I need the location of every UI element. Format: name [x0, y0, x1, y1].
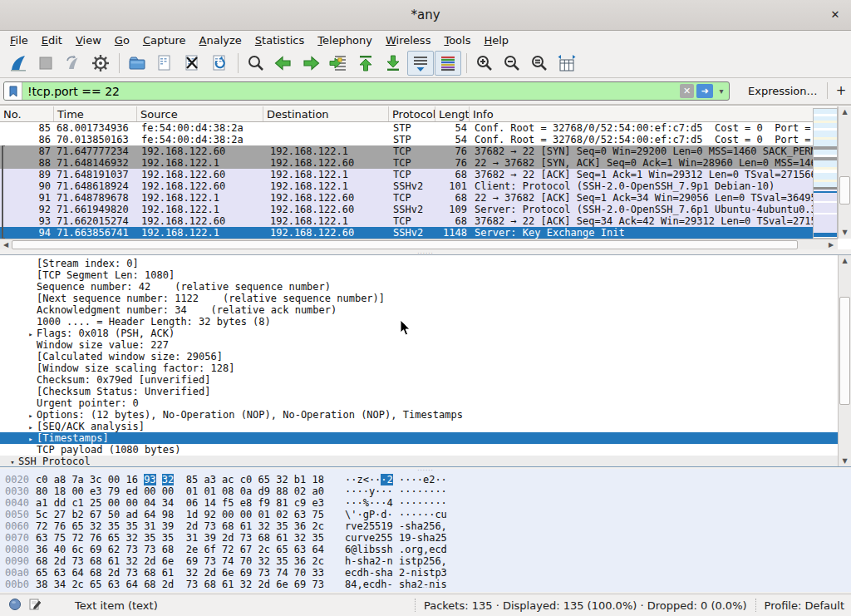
collapsed-icon[interactable]: ▸ [25, 433, 37, 444]
column-header-info[interactable]: Info [470, 106, 838, 121]
hex-ascii[interactable]: ···%···4 ········ [345, 497, 447, 509]
menu-file[interactable]: File [3, 32, 35, 48]
detail-tree-item[interactable]: ▾SSH Protocol [0, 456, 838, 467]
detail-tree-item[interactable]: [Calculated window size: 29056] [0, 351, 838, 362]
hex-bytes[interactable]: 72 76 65 32 35 35 31 39 2d 73 68 61 32 3… [36, 520, 324, 532]
close-file-icon[interactable] [179, 51, 205, 76]
detail-tree-item[interactable]: [Window size scaling factor: 128] [0, 362, 838, 374]
detail-tree-item[interactable]: ▸[Timestamps] [0, 432, 838, 444]
filter-dropdown-icon[interactable]: ▾ [716, 86, 727, 96]
find-packet-icon[interactable] [243, 51, 269, 76]
menu-tools[interactable]: Tools [437, 32, 477, 48]
hex-bytes[interactable]: 65 63 64 68 2d 73 68 61 32 2d 6e 69 73 7… [36, 567, 324, 579]
detail-tree-item[interactable]: 1000 .... = Header Length: 32 bytes (8) [0, 316, 838, 328]
table-row[interactable]: 9271.661949820192.168.122.1192.168.122.6… [0, 204, 838, 215]
detail-tree-item[interactable]: [Next sequence number: 1122 (relative se… [0, 293, 838, 304]
capture-options-icon[interactable] [87, 51, 114, 76]
collapsed-icon[interactable]: ▸ [25, 410, 37, 421]
reload-file-icon[interactable] [206, 51, 233, 76]
menu-view[interactable]: View [69, 32, 108, 48]
menu-wireless[interactable]: Wireless [379, 32, 437, 48]
detail-tree-item[interactable]: [TCP Segment Len: 1080] [0, 269, 838, 281]
hex-bytes[interactable]: a1 dd c1 25 00 00 04 34 06 14 f5 e8 f9 8… [36, 497, 324, 509]
menu-edit[interactable]: Edit [35, 32, 69, 48]
hex-ascii[interactable]: curve255 19-sha25 [345, 532, 447, 544]
hex-bytes[interactable]: c0 a8 7a 3c 00 16 93 32 85 a3 ac c0 65 3… [36, 474, 324, 485]
go-first-icon[interactable] [352, 51, 379, 76]
scroll-thumb[interactable] [839, 176, 850, 205]
detail-tree-item[interactable]: Window size value: 227 [0, 339, 838, 351]
detail-tree-item[interactable]: ▸Flags: 0x018 (PSH, ACK) [0, 328, 838, 339]
detail-tree-item[interactable]: TCP payload (1080 bytes) [0, 444, 838, 456]
display-filter-input[interactable]: !tcp.port == 22 ✕ ➜ ▾ [3, 81, 730, 101]
collapsed-icon[interactable]: ▸ [25, 421, 37, 432]
scroll-thumb[interactable] [12, 240, 798, 249]
detail-tree-item[interactable]: Sequence number: 42 (relative sequence n… [0, 281, 838, 293]
column-header-destination[interactable]: Destination [263, 106, 389, 121]
zoom-out-icon[interactable] [499, 51, 525, 76]
go-back-icon[interactable] [270, 51, 297, 76]
capture-comment-icon[interactable] [28, 598, 42, 614]
detail-tree-item[interactable]: ▸[SEQ/ACK analysis] [0, 421, 838, 432]
hex-bytes[interactable]: 80 18 00 e3 79 ed 00 00 01 01 08 0a d9 8… [36, 485, 324, 497]
hex-bytes[interactable]: 5c 27 b2 67 50 ad 64 98 1d 92 00 00 01 0… [36, 509, 324, 520]
add-filter-button[interactable]: + [834, 83, 848, 98]
scroll-thumb[interactable] [839, 297, 850, 405]
hex-ascii[interactable]: \'·gP·d· ······cu [345, 509, 447, 520]
detail-tree-item[interactable]: [Checksum Status: Unverified] [0, 386, 838, 397]
hex-row[interactable]: 00505c 27 b2 67 50 ad 64 98 1d 92 00 00 … [0, 509, 851, 520]
filter-clear-icon[interactable]: ✕ [680, 84, 694, 98]
detail-tree-item[interactable]: Acknowledgment number: 34 (relative ack … [0, 304, 838, 316]
hex-bytes[interactable]: 63 75 72 76 65 32 35 35 31 39 2d 73 68 6… [36, 532, 324, 544]
menu-analyze[interactable]: Analyze [193, 32, 248, 48]
save-file-icon[interactable] [151, 51, 178, 76]
packet-list-header[interactable]: No.TimeSourceDestinationProtocolLengthIn… [0, 106, 838, 122]
table-row[interactable]: 9171.648789678192.168.122.1192.168.122.6… [0, 192, 838, 204]
details-vscrollbar[interactable]: ▲ ▼ [838, 255, 851, 467]
hex-ascii[interactable]: ecdh-sha 2-nistp3 [345, 567, 447, 579]
expert-info-icon[interactable] [8, 598, 22, 614]
close-icon[interactable]: ✕ [828, 7, 843, 22]
expanded-icon[interactable]: ▾ [7, 456, 18, 467]
scroll-up-icon[interactable]: ▲ [839, 106, 851, 118]
menu-capture[interactable]: Capture [136, 32, 193, 48]
hex-bytes[interactable]: 36 40 6c 69 62 73 73 68 2e 6f 72 67 2c 6… [36, 544, 324, 555]
column-header-no[interactable]: No. [0, 106, 54, 121]
intelligent-scrollbar-minimap[interactable] [813, 108, 838, 239]
scroll-down-icon[interactable]: ▼ [839, 456, 851, 467]
scroll-down-icon[interactable]: ▼ [839, 227, 851, 239]
menu-help[interactable]: Help [477, 32, 515, 48]
table-row[interactable]: 8670.013850163fe:54:00:d4:38:2aSTP54Conf… [0, 134, 838, 145]
filter-text[interactable]: !tcp.port == 22 [22, 85, 680, 98]
hex-ascii[interactable]: 6@libssh .org,ecd [345, 544, 447, 555]
hex-ascii[interactable]: ··z<···2 ····e2·· [345, 474, 447, 485]
open-file-icon[interactable] [124, 51, 150, 76]
detail-tree-item[interactable]: ▸Options: (12 bytes), No-Operation (NOP)… [0, 409, 838, 421]
table-row[interactable]: 8771.647777234192.168.122.60192.168.122.… [0, 145, 838, 157]
restart-capture-icon[interactable] [60, 51, 86, 76]
menu-statistics[interactable]: Statistics [248, 32, 311, 48]
packet-list-vscrollbar[interactable]: ▲ ▼ [838, 106, 851, 239]
hex-row[interactable]: 003080 18 00 e3 79 ed 00 00 01 01 08 0a … [0, 485, 851, 497]
table-row[interactable]: 8871.648146932192.168.122.1192.168.122.6… [0, 157, 838, 169]
hex-ascii[interactable]: rve25519 -sha256, [345, 520, 447, 532]
column-header-source[interactable]: Source [137, 106, 263, 121]
stop-capture-icon[interactable] [32, 51, 59, 76]
table-row[interactable]: 8568.001734936fe:54:00:d4:38:2aSTP54Conf… [0, 122, 838, 134]
hex-row[interactable]: 0040a1 dd c1 25 00 00 04 34 06 14 f5 e8 … [0, 497, 851, 509]
collapsed-icon[interactable]: ▸ [25, 328, 37, 339]
hex-ascii[interactable]: h-sha2-n istp256, [345, 555, 447, 567]
table-row[interactable]: 9071.648618924192.168.122.60192.168.122.… [0, 180, 838, 192]
table-row[interactable]: 9371.662015274192.168.122.60192.168.122.… [0, 215, 838, 227]
hex-row[interactable]: 0020c0 a8 7a 3c 00 16 93 32 85 a3 ac c0 … [0, 474, 851, 485]
hex-row[interactable]: 00a065 63 64 68 2d 73 68 61 32 2d 6e 69 … [0, 567, 851, 579]
scroll-up-icon[interactable]: ▲ [839, 255, 851, 267]
column-header-time[interactable]: Time [54, 106, 137, 121]
filter-apply-icon[interactable]: ➜ [696, 84, 713, 98]
resize-columns-icon[interactable] [553, 51, 580, 76]
expression-button[interactable]: Expression… [748, 85, 818, 97]
hex-row[interactable]: 007063 75 72 76 65 32 35 35 31 39 2d 73 … [0, 532, 851, 544]
column-header-length[interactable]: Length [435, 106, 470, 121]
detail-tree-item[interactable]: Urgent pointer: 0 [0, 397, 838, 409]
title-bar[interactable]: *any ✕ [0, 0, 851, 31]
